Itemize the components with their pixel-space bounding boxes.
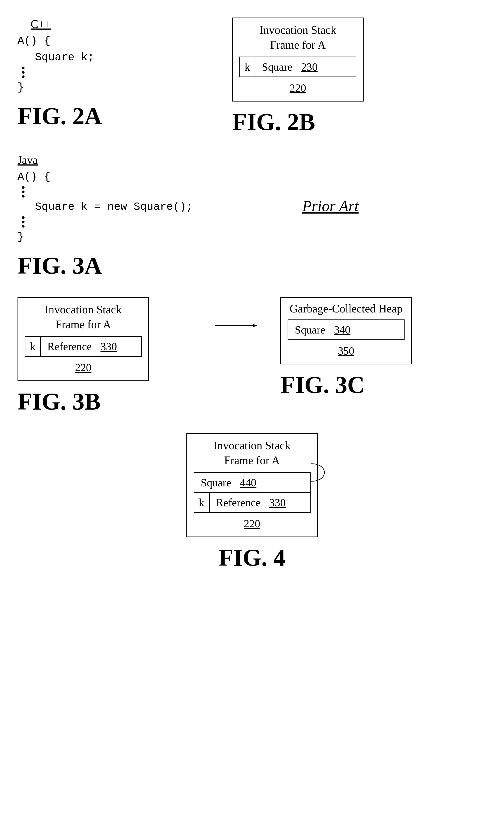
fig3b-box: Invocation StackFrame for A k Reference … [18, 297, 149, 381]
fig2b-k: k [240, 57, 255, 76]
fig2b-type: Square 230 [255, 57, 356, 76]
fig4-frame: Invocation StackFrame for A Square 440 k… [186, 433, 318, 537]
fig3c-type-label: Square [295, 323, 325, 336]
dot5 [22, 190, 25, 193]
arrow-wrapper [215, 323, 258, 328]
fig3b-frame-num: 220 [25, 361, 142, 374]
dot1 [22, 67, 25, 69]
self-ref-arrow [311, 455, 338, 494]
dot3 [22, 75, 25, 78]
code-dots-2 [22, 186, 258, 197]
fig3b-inner: k Reference 330 [25, 336, 142, 357]
fig4-inner-bottom: k Reference 330 [194, 493, 311, 513]
svg-marker-1 [253, 324, 257, 327]
dot9 [22, 225, 25, 228]
dot6 [22, 195, 25, 197]
code-line-2: Square k; [35, 49, 215, 66]
fig3a: Java A() { Square k = new Square(); } FI… [18, 153, 258, 280]
prior-art-text: Prior Art [302, 197, 359, 215]
fig3b-type-label: Reference [47, 340, 92, 353]
fig4-frame-num: 220 [194, 517, 311, 530]
prior-art-area: Prior Art [258, 153, 486, 215]
fig2a-lang: C++ [31, 18, 51, 30]
fig3b: Invocation StackFrame for A k Reference … [18, 297, 193, 415]
row1: C++ A() { Square k; } FIG. 2A Invocation… [18, 13, 486, 136]
fig3c-ref-num: 340 [334, 323, 350, 336]
fig4-bottom-ref: 330 [269, 496, 286, 509]
arrow-svg [215, 323, 258, 328]
fig3b-title: Invocation StackFrame for A [25, 302, 142, 332]
page-content: C++ A() { Square k; } FIG. 2A Invocation… [18, 13, 486, 571]
fig3a-close: } [18, 229, 258, 245]
fig4-wrapper: Invocation StackFrame for A Square 440 k… [186, 433, 318, 537]
fig4-label: FIG. 4 [219, 544, 286, 571]
row4: Invocation StackFrame for A Square 440 k… [18, 433, 486, 571]
dot7 [22, 216, 25, 219]
dot2 [22, 71, 25, 74]
fig4-k: k [194, 493, 210, 512]
fig3b-ref-num: 330 [101, 340, 117, 353]
fig3a-code: A() { Square k = new Square(); } [18, 168, 258, 245]
fig4-title: Invocation StackFrame for A [194, 438, 311, 468]
fig3c-label: FIG. 3C [280, 371, 486, 399]
fig4-inner-top: Square 440 [194, 472, 311, 493]
code-line-close: } [18, 79, 215, 96]
row2: Java A() { Square k = new Square(); } FI… [18, 153, 486, 280]
code-dots-3 [22, 216, 258, 228]
fig2a: C++ A() { Square k; } FIG. 2A [18, 13, 215, 134]
row3: Invocation StackFrame for A k Reference … [18, 297, 486, 415]
fig2a-code: A() { Square k; } [18, 33, 215, 96]
fig4-bottom-type: Reference 330 [210, 493, 310, 512]
fig2b-title: Invocation StackFrame for A [239, 23, 356, 52]
fig2b-box: Invocation StackFrame for A k Square 230… [232, 18, 364, 101]
fig3c-title: Garbage-Collected Heap [288, 302, 405, 315]
code-dots-1 [22, 67, 215, 78]
fig2b-type-label: Square [262, 60, 292, 73]
dot8 [22, 221, 25, 223]
fig3b-k: k [25, 337, 41, 356]
fig3c-type: Square 340 [288, 320, 404, 339]
fig4-bottom-label: Reference [216, 496, 261, 509]
fig4-top-label: Square [201, 476, 231, 489]
fig3c: Garbage-Collected Heap Square 340 350 FI… [280, 297, 486, 399]
fig2b-inner: k Square 230 [239, 57, 356, 77]
fig2b-ref-num: 230 [301, 60, 318, 73]
code-line-1: A() { [18, 33, 215, 49]
fig3a-lang: Java [18, 153, 38, 166]
fig3b-type: Reference 330 [41, 337, 141, 356]
fig3c-inner: Square 340 [288, 320, 405, 340]
dot4 [22, 186, 25, 189]
fig3a-line2: Square k = new Square(); [35, 198, 258, 215]
fig2b-label: FIG. 2B [232, 108, 486, 136]
fig3a-line1: A() { [18, 168, 258, 185]
fig4-top-ref: 440 [240, 476, 256, 489]
fig2a-label: FIG. 2A [18, 102, 215, 130]
fig3c-box: Garbage-Collected Heap Square 340 350 [280, 297, 412, 364]
fig2b: Invocation StackFrame for A k Square 230… [215, 13, 486, 136]
fig3c-frame-num: 350 [288, 345, 405, 357]
fig2b-frame-num: 220 [239, 81, 356, 94]
fig3b-label: FIG. 3B [18, 388, 193, 415]
fig4-top-type: Square 440 [194, 473, 310, 492]
fig3a-label: FIG. 3A [18, 252, 258, 280]
